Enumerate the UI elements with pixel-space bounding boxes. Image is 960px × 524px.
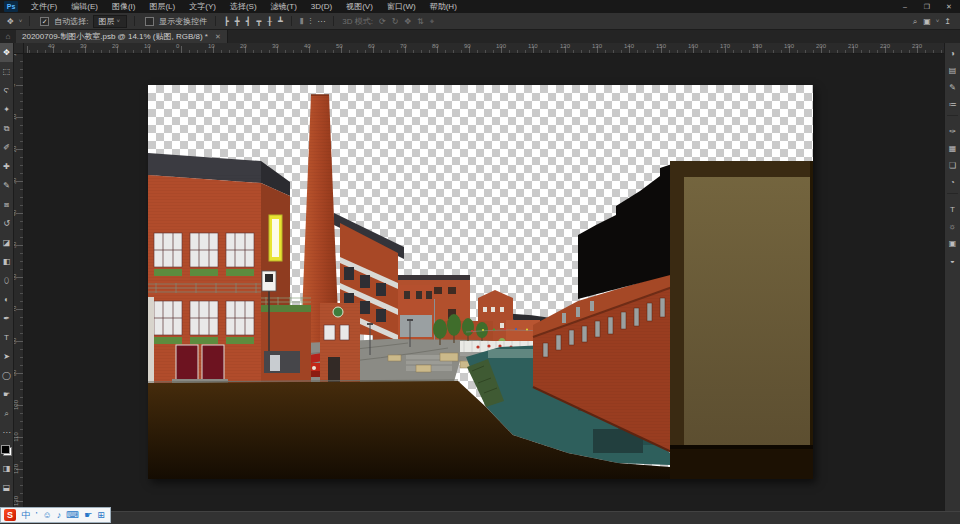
- path-select-tool[interactable]: ➤: [0, 347, 13, 366]
- threed-mode-icon-0[interactable]: ⟳: [376, 14, 389, 29]
- ime-button-3[interactable]: ♪: [54, 508, 64, 522]
- menu-item-7[interactable]: 3D(D): [304, 0, 339, 13]
- edit-toolbar[interactable]: ⋯: [0, 423, 13, 442]
- gradient-tool[interactable]: ◧: [0, 252, 13, 271]
- glyphs-panel-icon[interactable]: T: [945, 201, 960, 218]
- color-panel-icon[interactable]: ◑: [945, 45, 960, 62]
- align-icon-4[interactable]: ╂: [264, 14, 275, 29]
- blur-tool[interactable]: ⬯: [0, 271, 13, 290]
- menu-item-8[interactable]: 视图(V): [339, 0, 380, 13]
- vertical-ruler[interactable]: 100102030405060708090100110120130: [13, 53, 24, 512]
- layers-panel-icon[interactable]: ❏: [945, 157, 960, 174]
- ime-button-6[interactable]: ⊞: [95, 508, 108, 522]
- lasso-tool[interactable]: Ϛ: [0, 81, 13, 100]
- quick-mask[interactable]: ◨: [0, 459, 13, 478]
- move-tool[interactable]: ✥: [0, 43, 13, 62]
- status-bar: [0, 511, 960, 524]
- close-button[interactable]: ✕: [938, 0, 960, 13]
- move-tool-icon[interactable]: ✥: [4, 14, 17, 29]
- home-icon[interactable]: ⌂: [0, 30, 16, 43]
- libraries-panel-icon[interactable]: ▣: [945, 235, 960, 252]
- hand-tool[interactable]: ☛: [0, 385, 13, 404]
- auto-select-dropdown[interactable]: 图层 ˅: [93, 15, 127, 28]
- magic-wand-tool[interactable]: ✦: [0, 100, 13, 119]
- threed-mode-icon-1[interactable]: ↻: [389, 14, 402, 29]
- pen-tool[interactable]: ✒: [0, 309, 13, 328]
- menu-item-10[interactable]: 帮助(H): [423, 0, 464, 13]
- restore-button[interactable]: ❐: [916, 0, 938, 13]
- eraser-tool[interactable]: ◪: [0, 233, 13, 252]
- threed-mode-icon-3[interactable]: ⇅: [414, 14, 427, 29]
- show-transform-label: 显示变换控件: [159, 16, 207, 27]
- threed-mode-icon-4[interactable]: ⌖: [427, 14, 438, 29]
- brushes-panel-icon[interactable]: ✑: [945, 123, 960, 140]
- shape-tool[interactable]: ◯: [0, 366, 13, 385]
- search-icon[interactable]: ⌕: [910, 14, 920, 29]
- menu-item-5[interactable]: 选择(S): [223, 0, 264, 13]
- ime-toolbar[interactable]: S 中’☺♪⌨☛⊞: [0, 507, 111, 523]
- properties-panel-icon[interactable]: ≔: [945, 96, 960, 113]
- workspace-caret-icon[interactable]: ˅: [934, 18, 942, 24]
- menu-item-6[interactable]: 滤镜(T): [264, 0, 304, 13]
- foreground-color-swatch[interactable]: [1, 445, 10, 454]
- tab-close-icon[interactable]: ✕: [215, 33, 221, 41]
- align-icon-1[interactable]: ╋: [232, 14, 243, 29]
- ime-button-4[interactable]: ⌨: [64, 508, 82, 522]
- zoom-tool[interactable]: ⌕: [0, 404, 13, 423]
- eyedropper-tool[interactable]: ✐: [0, 138, 13, 157]
- patterns-panel-icon[interactable]: ▦: [945, 140, 960, 157]
- swatches-panel-icon[interactable]: ▤: [945, 62, 960, 79]
- align-icon-3[interactable]: ┳: [253, 14, 264, 29]
- brush-tool[interactable]: ✎: [0, 176, 13, 195]
- menu-item-0[interactable]: 文件(F): [24, 0, 64, 13]
- menu-item-9[interactable]: 窗口(W): [380, 0, 423, 13]
- menu-item-3[interactable]: 图层(L): [142, 0, 182, 13]
- history-brush-tool[interactable]: ↺: [0, 214, 13, 233]
- learn-panel-icon[interactable]: ☼: [945, 218, 960, 235]
- horizontal-ruler[interactable]: 4030201001020304050607080901001101201301…: [23, 43, 945, 54]
- distribute-icon-1[interactable]: ⫶: [306, 14, 314, 29]
- dodge-tool[interactable]: ◐: [0, 290, 13, 309]
- align-icon-2[interactable]: ┫: [243, 14, 254, 29]
- ime-button-5[interactable]: ☛: [82, 508, 95, 522]
- ruler-origin-button[interactable]: [13, 43, 24, 54]
- document-tab[interactable]: 20200709-制图小教室.psb @ 14.1% (贴图, RGB/8) *…: [16, 30, 228, 43]
- workspace-icon[interactable]: ▣: [920, 14, 934, 29]
- minimize-button[interactable]: –: [894, 0, 916, 13]
- align-icon-5[interactable]: ┻: [275, 14, 286, 29]
- healing-brush-tool[interactable]: ✚: [0, 157, 13, 176]
- threed-mode-icon-2[interactable]: ✥: [401, 14, 414, 29]
- color-swatches[interactable]: [1, 445, 12, 456]
- ime-button-0[interactable]: 中: [19, 508, 33, 522]
- brush-settings-panel-icon[interactable]: ✎: [945, 79, 960, 96]
- ime-button-2[interactable]: ☺: [40, 508, 54, 522]
- crop-tool[interactable]: ⧉: [0, 119, 13, 138]
- menu-item-2[interactable]: 图像(I): [105, 0, 143, 13]
- share-icon[interactable]: ↥: [941, 14, 954, 29]
- clone-stamp-tool[interactable]: ⧈: [0, 195, 13, 214]
- canvas[interactable]: [148, 85, 813, 479]
- menu-item-1[interactable]: 编辑(E): [64, 0, 105, 13]
- type-tool[interactable]: T: [0, 328, 13, 347]
- adjust2-panel-icon[interactable]: ◒: [945, 252, 960, 269]
- artwork-scene: [148, 85, 813, 479]
- adjustments-panel-icon[interactable]: ◔: [945, 174, 960, 191]
- tool-preset-caret-icon[interactable]: ˅: [17, 18, 25, 24]
- distribute-icon-0[interactable]: ⫴: [297, 14, 306, 29]
- ime-button-1[interactable]: ’: [33, 508, 40, 522]
- h-ruler-label: 0: [176, 43, 179, 49]
- auto-select-checkbox[interactable]: ✓: [40, 17, 49, 26]
- menu-item-4[interactable]: 文字(Y): [182, 0, 223, 13]
- align-icon-0[interactable]: ┣: [221, 14, 232, 29]
- h-ruler-label: 100: [496, 43, 506, 49]
- title-bar: Ps 文件(F)编辑(E)图像(I)图层(L)文字(Y)选择(S)滤镜(T)3D…: [0, 0, 960, 13]
- h-ruler-label: 70: [400, 43, 407, 49]
- distribute-buttons: ⫴⫶⋯: [297, 14, 328, 29]
- sogou-logo-icon[interactable]: S: [4, 509, 16, 521]
- separator: [215, 16, 216, 26]
- screen-mode[interactable]: ⬓: [0, 478, 13, 497]
- marquee-tool[interactable]: ⬚: [0, 62, 13, 81]
- options-bar: ✥ ˅ ✓ 自动选择: 图层 ˅ 显示变换控件 ┣╋┫┳╂┻ ⫴⫶⋯ 3D 模式…: [0, 13, 960, 30]
- show-transform-checkbox[interactable]: [145, 17, 154, 26]
- distribute-icon-2[interactable]: ⋯: [314, 14, 328, 29]
